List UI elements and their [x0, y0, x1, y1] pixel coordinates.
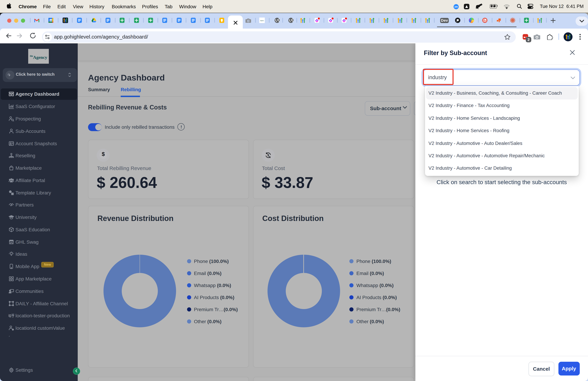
svg-text:Agency: Agency	[260, 20, 264, 21]
svg-text:知乎: 知乎	[9, 314, 14, 318]
svg-text:12: 12	[49, 19, 52, 22]
svg-text:$: $	[267, 154, 269, 157]
